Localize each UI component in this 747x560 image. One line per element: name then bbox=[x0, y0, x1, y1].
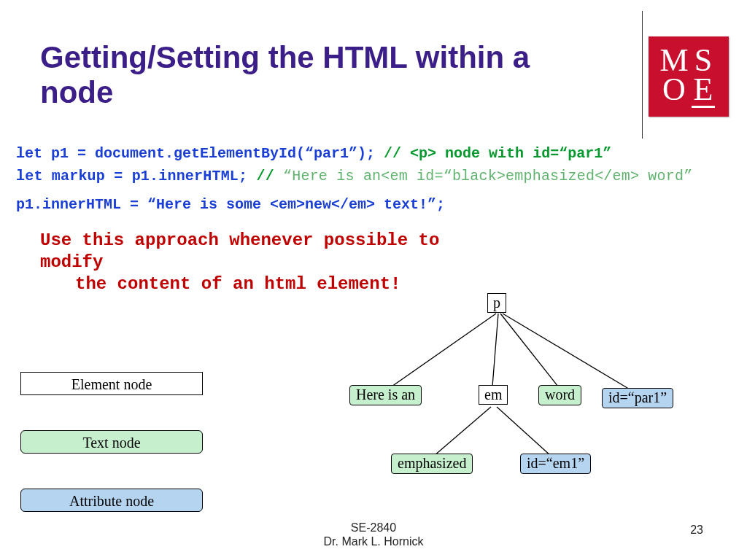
page-number: 23 bbox=[690, 524, 703, 537]
node-id-par1: id=“par1” bbox=[602, 388, 673, 408]
title-divider bbox=[642, 11, 643, 139]
code-l1-green: // <p> node with id=“par1” bbox=[384, 145, 611, 162]
msoe-logo: M S O E bbox=[649, 36, 729, 117]
svg-line-3 bbox=[503, 314, 631, 390]
svg-line-1 bbox=[492, 314, 498, 386]
code-l2-slash: // bbox=[256, 168, 283, 184]
logo-letter-m: M bbox=[659, 46, 689, 75]
svg-line-4 bbox=[434, 407, 491, 456]
node-p: p bbox=[487, 293, 506, 313]
code-line-3: p1.innerHTML = “Here is some <em>new</em… bbox=[16, 193, 692, 216]
code-l2-blue: let markup = p1.innerHTML; bbox=[16, 168, 256, 184]
code-line-2: let markup = p1.innerHTML; // “Here is a… bbox=[16, 165, 692, 187]
advice-line1: Use this approach whenever possible to m… bbox=[40, 230, 439, 272]
node-em: em bbox=[479, 385, 508, 405]
advice-text: Use this approach whenever possible to m… bbox=[40, 230, 507, 295]
logo-letter-e: E bbox=[689, 75, 718, 108]
footer-course: SE-2840 bbox=[0, 521, 747, 534]
svg-line-0 bbox=[392, 314, 496, 386]
svg-line-5 bbox=[497, 407, 551, 456]
code-l3-blue: p1.innerHTML = “Here is some <em>new</em… bbox=[16, 196, 445, 213]
node-here-is-an: Here is an bbox=[349, 385, 422, 405]
legend-text-node: Text node bbox=[20, 430, 203, 454]
node-word: word bbox=[538, 385, 581, 405]
slide-title: Getting/Setting the HTML within a node bbox=[40, 40, 609, 111]
node-id-em1: id=“em1” bbox=[520, 454, 591, 474]
code-line-1: let p1 = document.getElementById(“par1”)… bbox=[16, 142, 692, 165]
code-l1-blue: let p1 = document.getElementById(“par1”)… bbox=[16, 145, 384, 162]
tree-edges bbox=[332, 292, 740, 525]
legend-element-node: Element node bbox=[20, 372, 203, 395]
code-block: let p1 = document.getElementById(“par1”)… bbox=[16, 142, 692, 216]
legend-attribute-node: Attribute node bbox=[20, 489, 203, 512]
node-emphasized: emphasized bbox=[391, 454, 473, 474]
slide-footer: SE-2840 Dr. Mark L. Hornick bbox=[0, 521, 747, 548]
logo-letter-o: O bbox=[659, 75, 689, 108]
dom-tree: p Here is an em word id=“par1” emphasize… bbox=[332, 292, 740, 525]
code-l2-rest: “Here is an<em id=“black>emphasized</em>… bbox=[283, 168, 692, 184]
svg-line-2 bbox=[500, 314, 558, 386]
logo-letter-s: S bbox=[689, 46, 718, 75]
footer-author: Dr. Mark L. Hornick bbox=[0, 534, 747, 548]
